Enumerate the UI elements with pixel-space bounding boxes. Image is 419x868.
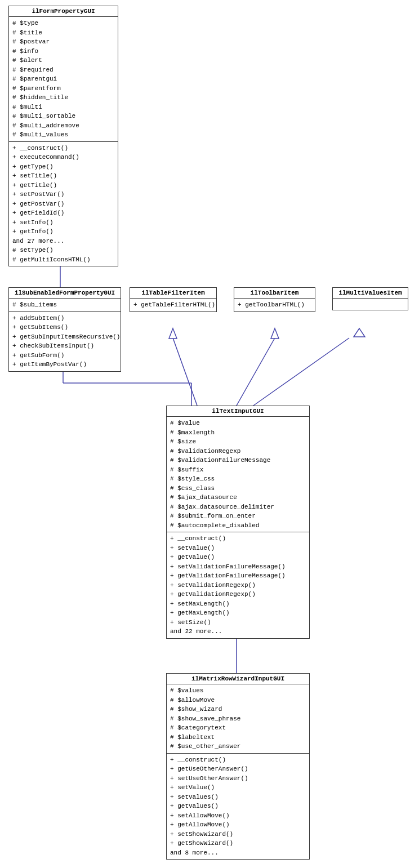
svg-marker-8 — [169, 328, 177, 339]
class-methods-ilMultiValuesItem — [333, 299, 408, 310]
class-methods-ilToolbarItem: + getToolbarHTML() — [234, 299, 315, 311]
class-title-ilSubEnabledFormPropertyGUI: ilSubEnabledFormPropertyGUI — [9, 288, 121, 299]
class-title-ilMatrixRowWizardInputGUI: ilMatrixRowWizardInputGUI — [167, 674, 309, 684]
class-fields-ilMatrixRowWizardInputGUI: # $values # $allowMove # $show_wizard # … — [167, 684, 309, 754]
class-fields-ilSubEnabledFormPropertyGUI: # $sub_items — [9, 299, 121, 312]
uml-box-ilTableFilterItem: ilTableFilterItem + getTableFilterHTML() — [130, 287, 217, 312]
uml-box-ilMatrixRowWizardInputGUI: ilMatrixRowWizardInputGUI # $values # $a… — [166, 673, 310, 860]
class-methods-ilFormPropertyGUI: + __construct() + executeCommand() + get… — [9, 142, 118, 266]
svg-marker-12 — [354, 328, 365, 337]
class-methods-ilMatrixRowWizardInputGUI: + __construct() + getUseOtherAnswer() + … — [167, 754, 309, 860]
class-fields-ilFormPropertyGUI: # $type # $title # $postvar # $info # $a… — [9, 17, 118, 142]
uml-box-ilSubEnabledFormPropertyGUI: ilSubEnabledFormPropertyGUI # $sub_items… — [8, 287, 121, 372]
uml-box-ilToolbarItem: ilToolbarItem + getToolbarHTML() — [234, 287, 315, 312]
class-methods-ilTextInputGUI: + __construct() + setValue() + getValue(… — [167, 532, 309, 638]
svg-marker-10 — [271, 328, 279, 339]
class-title-ilToolbarItem: ilToolbarItem — [234, 288, 315, 299]
uml-box-ilMultiValuesItem: ilMultiValuesItem — [332, 287, 408, 310]
svg-line-9 — [237, 338, 275, 406]
class-methods-ilTableFilterItem: + getTableFilterHTML() — [130, 299, 216, 311]
uml-box-ilTextInputGUI: ilTextInputGUI # $value # $maxlength # $… — [166, 406, 310, 639]
diagram-container: ilFormPropertyGUI # $type # $title # $po… — [0, 0, 419, 868]
class-fields-ilTextInputGUI: # $value # $maxlength # $size # $validat… — [167, 417, 309, 532]
svg-line-11 — [253, 338, 349, 406]
class-title-ilTextInputGUI: ilTextInputGUI — [167, 406, 309, 417]
class-title-ilTableFilterItem: ilTableFilterItem — [130, 288, 216, 299]
svg-line-7 — [173, 338, 197, 406]
uml-box-ilFormPropertyGUI: ilFormPropertyGUI # $type # $title # $po… — [8, 6, 118, 266]
class-title-ilMultiValuesItem: ilMultiValuesItem — [333, 288, 408, 299]
class-methods-ilSubEnabledFormPropertyGUI: + addSubItem() + getSubItems() + getSubI… — [9, 312, 121, 371]
class-title-ilFormPropertyGUI: ilFormPropertyGUI — [9, 6, 118, 17]
